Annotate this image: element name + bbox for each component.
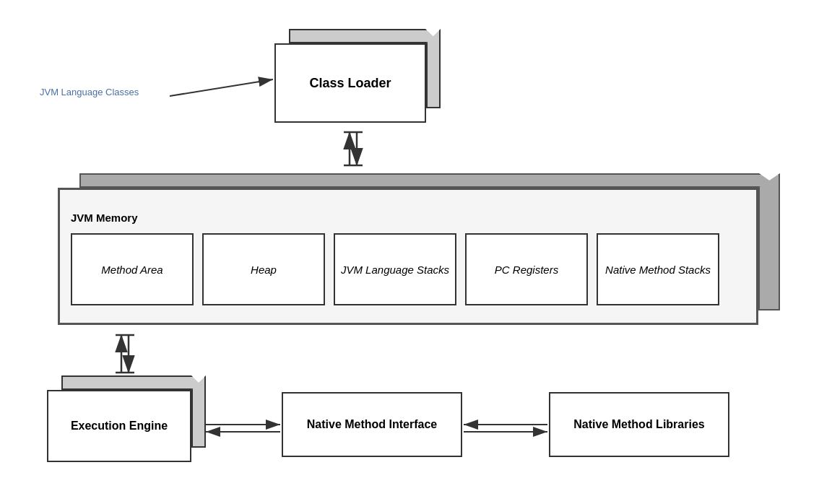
class-loader-top bbox=[289, 29, 441, 43]
exec-engine-label: Execution Engine bbox=[71, 420, 168, 433]
memory-box-heap: Heap bbox=[202, 233, 325, 305]
native-method-libraries-box: Native Method Libraries bbox=[549, 392, 729, 457]
native-method-interface-label: Native Method Interface bbox=[307, 418, 437, 431]
native-method-interface-box: Native Method Interface bbox=[282, 392, 462, 457]
svg-line-2 bbox=[170, 79, 273, 96]
memory-box-jvm-language-stacks: JVM Language Stacks bbox=[334, 233, 456, 305]
execution-engine-box: Execution Engine bbox=[47, 375, 206, 469]
class-loader-box: Class Loader bbox=[274, 29, 441, 123]
jvm-memory-box: JVM Memory Method Area Heap JVM Language… bbox=[58, 173, 780, 332]
memory-box-native-method-stacks: Native Method Stacks bbox=[597, 233, 719, 305]
memory-box-pc-registers: PC Registers bbox=[465, 233, 588, 305]
diagram: JVM Language Classes Class Loader JVM Me… bbox=[0, 0, 832, 504]
exec-engine-top bbox=[61, 375, 206, 390]
jvm-memory-side bbox=[758, 173, 780, 310]
class-loader-label: Class Loader bbox=[309, 76, 391, 91]
memory-boxes: Method Area Heap JVM Language Stacks PC … bbox=[71, 233, 719, 305]
native-method-libraries-label: Native Method Libraries bbox=[573, 418, 704, 431]
jvm-memory-top bbox=[79, 173, 780, 188]
exec-engine-front: Execution Engine bbox=[47, 390, 191, 462]
class-loader-front: Class Loader bbox=[274, 43, 426, 123]
jvm-language-classes-label: JVM Language Classes bbox=[40, 87, 139, 97]
jvm-memory-title: JVM Memory bbox=[71, 212, 138, 224]
memory-box-method-area: Method Area bbox=[71, 233, 194, 305]
jvm-memory-front: JVM Memory Method Area Heap JVM Language… bbox=[58, 188, 758, 325]
